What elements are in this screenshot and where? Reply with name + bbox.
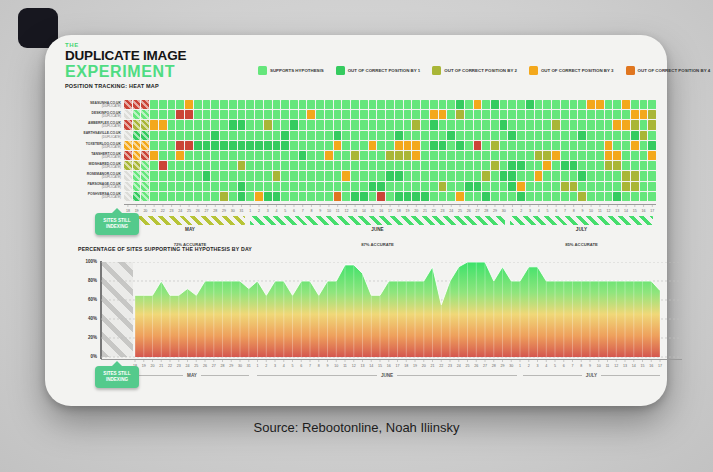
month-label: JUNE	[257, 373, 517, 378]
area-month-labels: MAYJUNEJULY	[45, 35, 667, 406]
page-background: { "page": { "source_caption": "Source: R…	[0, 0, 713, 472]
month-label: JULY	[523, 373, 660, 378]
badge-text-line2: INDEXING	[106, 377, 128, 383]
infographic-card: THE DUPLICATE IMAGE EXPERIMENT POSITION …	[45, 35, 667, 406]
source-caption: Source: Rebootonline, Noah Iliinsky	[0, 420, 713, 435]
sites-still-indexing-badge-bottom: SITES STILL INDEXING	[95, 366, 139, 388]
month-label: MAY	[135, 373, 249, 378]
